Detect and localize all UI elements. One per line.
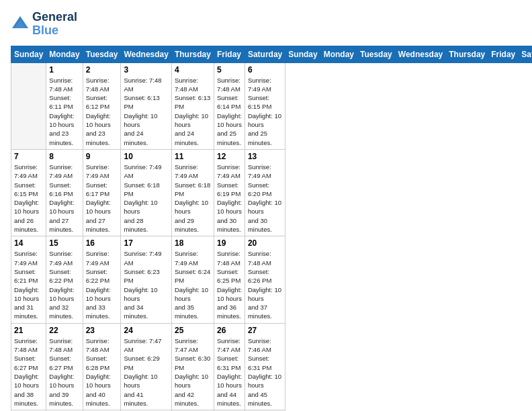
day-info: Sunrise: 7:48 AMSunset: 6:14 PMDaylight:… — [217, 76, 242, 147]
day-info: Sunrise: 7:49 AMSunset: 6:15 PMDaylight:… — [248, 76, 282, 147]
day-number: 16 — [86, 238, 118, 248]
day-number: 8 — [49, 152, 79, 161]
day-info: Sunrise: 7:48 AMSunset: 6:13 PMDaylight:… — [175, 76, 211, 147]
header-monday: Monday — [320, 46, 357, 62]
day-number: 11 — [175, 152, 211, 161]
day-number: 27 — [248, 326, 282, 335]
day-number: 24 — [124, 326, 168, 335]
header-sunday: Sunday — [11, 46, 46, 62]
calendar-cell: 26Sunrise: 7:47 AMSunset: 6:31 PMDayligh… — [214, 323, 245, 410]
day-info: Sunrise: 7:49 AMSunset: 6:21 PMDaylight:… — [14, 249, 43, 320]
day-number: 17 — [124, 238, 168, 248]
calendar-cell: 20Sunrise: 7:48 AMSunset: 6:26 PMDayligh… — [245, 236, 285, 323]
day-number: 19 — [217, 238, 242, 248]
day-number: 22 — [49, 326, 79, 335]
day-number: 9 — [86, 152, 118, 161]
day-info: Sunrise: 7:49 AMSunset: 6:24 PMDaylight:… — [175, 249, 211, 320]
day-number: 7 — [14, 152, 43, 161]
day-number: 10 — [124, 152, 168, 161]
day-info: Sunrise: 7:48 AMSunset: 6:13 PMDaylight:… — [124, 76, 168, 147]
week-row-4: 21Sunrise: 7:48 AMSunset: 6:27 PMDayligh… — [11, 323, 533, 410]
calendar-cell: 1Sunrise: 7:48 AMSunset: 6:11 PMDaylight… — [46, 62, 83, 149]
calendar-cell: 13Sunrise: 7:49 AMSunset: 6:20 PMDayligh… — [245, 149, 285, 236]
calendar-cell: 15Sunrise: 7:49 AMSunset: 6:22 PMDayligh… — [46, 236, 83, 323]
day-info: Sunrise: 7:47 AMSunset: 6:30 PMDaylight:… — [175, 336, 211, 408]
week-row-3: 14Sunrise: 7:49 AMSunset: 6:21 PMDayligh… — [11, 236, 533, 323]
day-number: 1 — [49, 65, 79, 75]
day-info: Sunrise: 7:48 AMSunset: 6:12 PMDaylight:… — [86, 76, 118, 147]
calendar-cell: 4Sunrise: 7:48 AMSunset: 6:13 PMDaylight… — [171, 62, 214, 149]
calendar-cell: 17Sunrise: 7:49 AMSunset: 6:23 PMDayligh… — [121, 236, 171, 323]
calendar-cell: 12Sunrise: 7:49 AMSunset: 6:19 PMDayligh… — [214, 149, 245, 236]
header-friday: Friday — [214, 46, 245, 62]
calendar-header-row: SundayMondayTuesdayWednesdayThursdayFrid… — [11, 46, 533, 62]
header-friday: Friday — [488, 46, 519, 62]
calendar-table: SundayMondayTuesdayWednesdayThursdayFrid… — [11, 46, 532, 411]
day-info: Sunrise: 7:49 AMSunset: 6:17 PMDaylight:… — [86, 163, 118, 234]
day-number: 5 — [217, 65, 242, 75]
day-number: 26 — [217, 326, 242, 335]
day-info: Sunrise: 7:48 AMSunset: 6:11 PMDaylight:… — [49, 76, 79, 147]
calendar-cell: 10Sunrise: 7:49 AMSunset: 6:18 PMDayligh… — [121, 149, 171, 236]
day-number: 23 — [86, 326, 118, 335]
week-row-1: 1Sunrise: 7:48 AMSunset: 6:11 PMDaylight… — [11, 62, 533, 149]
calendar-cell: 18Sunrise: 7:49 AMSunset: 6:24 PMDayligh… — [171, 236, 214, 323]
day-number: 12 — [217, 152, 242, 161]
header-sunday: Sunday — [285, 46, 320, 62]
header-thursday: Thursday — [446, 46, 488, 62]
calendar-cell: 5Sunrise: 7:48 AMSunset: 6:14 PMDaylight… — [214, 62, 245, 149]
header-saturday: Saturday — [245, 46, 285, 62]
day-info: Sunrise: 7:49 AMSunset: 6:18 PMDaylight:… — [175, 163, 211, 234]
day-info: Sunrise: 7:48 AMSunset: 6:25 PMDaylight:… — [217, 249, 242, 320]
header-saturday: Saturday — [519, 46, 532, 62]
week-row-2: 7Sunrise: 7:49 AMSunset: 6:15 PMDaylight… — [11, 149, 533, 236]
calendar-cell: 6Sunrise: 7:49 AMSunset: 6:15 PMDaylight… — [245, 62, 285, 149]
day-info: Sunrise: 7:49 AMSunset: 6:19 PMDaylight:… — [217, 163, 242, 234]
header-wednesday: Wednesday — [395, 46, 445, 62]
day-info: Sunrise: 7:47 AMSunset: 6:29 PMDaylight:… — [124, 336, 168, 408]
calendar-cell: 25Sunrise: 7:47 AMSunset: 6:30 PMDayligh… — [171, 323, 214, 410]
calendar-cell — [11, 62, 46, 149]
logo-text: General Blue — [32, 11, 77, 38]
calendar-cell: 8Sunrise: 7:49 AMSunset: 6:16 PMDaylight… — [46, 149, 83, 236]
calendar-cell: 2Sunrise: 7:48 AMSunset: 6:12 PMDaylight… — [83, 62, 121, 149]
day-info: Sunrise: 7:46 AMSunset: 6:31 PMDaylight:… — [248, 336, 282, 408]
logo: General Blue — [11, 11, 77, 38]
day-info: Sunrise: 7:49 AMSunset: 6:16 PMDaylight:… — [49, 163, 79, 234]
day-info: Sunrise: 7:48 AMSunset: 6:28 PMDaylight:… — [86, 336, 118, 408]
page-header: General Blue — [11, 11, 521, 38]
day-number: 6 — [248, 65, 282, 75]
day-number: 2 — [86, 65, 118, 75]
header-monday: Monday — [46, 46, 83, 62]
header-tuesday: Tuesday — [83, 46, 121, 62]
day-info: Sunrise: 7:49 AMSunset: 6:15 PMDaylight:… — [14, 163, 43, 234]
day-number: 20 — [248, 238, 282, 248]
day-number: 15 — [49, 238, 79, 248]
day-info: Sunrise: 7:48 AMSunset: 6:27 PMDaylight:… — [49, 336, 79, 408]
calendar-cell: 16Sunrise: 7:49 AMSunset: 6:22 PMDayligh… — [83, 236, 121, 323]
day-info: Sunrise: 7:48 AMSunset: 6:26 PMDaylight:… — [248, 249, 282, 320]
day-number: 4 — [175, 65, 211, 75]
day-info: Sunrise: 7:49 AMSunset: 6:23 PMDaylight:… — [124, 249, 168, 320]
calendar-cell: 21Sunrise: 7:48 AMSunset: 6:27 PMDayligh… — [11, 323, 46, 410]
calendar-cell: 3Sunrise: 7:48 AMSunset: 6:13 PMDaylight… — [121, 62, 171, 149]
header-thursday: Thursday — [171, 46, 214, 62]
day-number: 3 — [124, 65, 168, 75]
calendar-cell: 11Sunrise: 7:49 AMSunset: 6:18 PMDayligh… — [171, 149, 214, 236]
calendar-cell: 27Sunrise: 7:46 AMSunset: 6:31 PMDayligh… — [245, 323, 285, 410]
logo-icon — [11, 15, 30, 34]
day-info: Sunrise: 7:49 AMSunset: 6:18 PMDaylight:… — [124, 163, 168, 234]
header-tuesday: Tuesday — [357, 46, 395, 62]
day-number: 18 — [175, 238, 211, 248]
day-number: 25 — [175, 326, 211, 335]
day-info: Sunrise: 7:49 AMSunset: 6:22 PMDaylight:… — [49, 249, 79, 320]
day-info: Sunrise: 7:49 AMSunset: 6:22 PMDaylight:… — [86, 249, 118, 320]
day-info: Sunrise: 7:48 AMSunset: 6:27 PMDaylight:… — [14, 336, 43, 408]
calendar-cell: 14Sunrise: 7:49 AMSunset: 6:21 PMDayligh… — [11, 236, 46, 323]
day-number: 21 — [14, 326, 43, 335]
day-number: 14 — [14, 238, 43, 248]
day-info: Sunrise: 7:47 AMSunset: 6:31 PMDaylight:… — [217, 336, 242, 408]
day-info: Sunrise: 7:49 AMSunset: 6:20 PMDaylight:… — [248, 163, 282, 234]
header-wednesday: Wednesday — [121, 46, 171, 62]
calendar-cell: 7Sunrise: 7:49 AMSunset: 6:15 PMDaylight… — [11, 149, 46, 236]
